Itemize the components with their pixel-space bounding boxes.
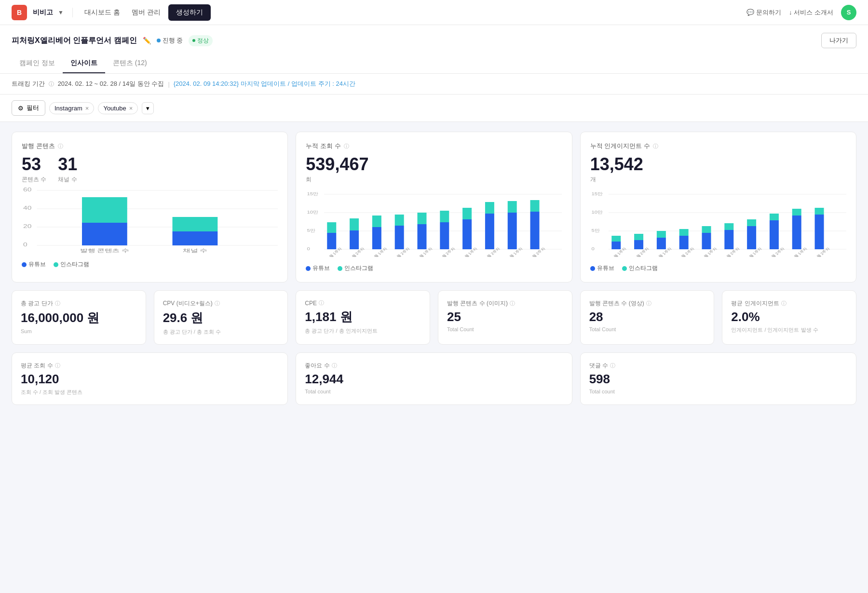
stat-info-2[interactable]: ⓘ [319,299,324,307]
tab-insight[interactable]: 인사이트 [63,54,105,73]
card3-legend: 유튜브 인스타그램 [590,264,846,272]
tab-contents[interactable]: 콘텐츠 (12) [105,54,155,73]
bottom-stat-title-2: 댓글 수 [589,362,608,370]
tracking-info-icon: ⓘ [49,81,54,88]
svg-text:15만: 15만 [591,191,603,196]
create-button[interactable]: 생성하기 [168,4,211,21]
card2-value: 539,467 [306,154,562,175]
user-avatar[interactable]: S [841,5,856,20]
filter-tag-instagram-label: Instagram [54,105,82,112]
filter-more-button[interactable]: ▾ [142,102,154,114]
card2-info-icon[interactable]: ⓘ [344,143,349,150]
brand-logo: B [12,5,27,20]
leave-button[interactable]: 나가기 [821,33,856,48]
stat-sub-1: 총 광고 단가 / 총 조회 수 [163,328,279,336]
svg-rect-34 [462,219,472,249]
bottom-stat-info-0[interactable]: ⓘ [55,362,60,369]
intro-button[interactable]: ↓ 서비스 소개서 [789,8,833,17]
edit-icon[interactable]: ✏️ [143,37,151,44]
svg-rect-31 [418,213,427,224]
stat-sub-5: 인게이지먼트 / 인게이지먼트 발생 수 [731,326,847,334]
card1-label2: 채널 수 [58,175,77,184]
svg-text:0: 0 [591,246,595,251]
bottom-stat-info-1[interactable]: ⓘ [332,362,337,369]
svg-text:채널 수: 채널 수 [183,248,207,253]
bottom-stat-info-2[interactable]: ⓘ [610,362,615,369]
svg-rect-66 [679,236,688,249]
svg-text:15만: 15만 [307,191,319,196]
svg-rect-76 [792,216,801,249]
bottom-stat-card-0: 평균 조회 수 ⓘ 10,120 조회 수 / 조회 발생 콘텐츠 [12,352,288,405]
svg-rect-64 [657,238,666,249]
svg-text:발행 콘텐츠 수: 발행 콘텐츠 수 [80,248,129,253]
card1-title: 발행 콘텐츠 [22,142,55,150]
stat-info-3[interactable]: ⓘ [510,300,515,307]
normal-badge: 정상 [189,35,213,46]
card2-chart: 15만 10만 5만 0 [306,189,562,257]
normal-label: 정상 [197,37,209,45]
bottom-stat-title-1: 좋아요 수 [305,362,329,370]
card1-label1: 콘텐츠 수 [22,175,46,184]
stat-info-4[interactable]: ⓘ [646,300,651,307]
stat-card-4: 발행 콘텐츠 수 (영상) ⓘ 28 Total Count [580,290,715,345]
svg-rect-11 [173,217,218,231]
filter-tag-instagram[interactable]: Instagram × [49,102,94,114]
cumulative-engagement-card: 누적 인게이지먼트 수 ⓘ 13,542 개 15만 10만 5만 0 [580,132,856,283]
bottom-stat-sub-2: Total count [589,389,847,394]
card3-unit: 개 [590,175,846,184]
bottom-stat-title-0: 평균 조회 수 [21,362,53,370]
stat-card-2: CPE ⓘ 1,181 원 총 광고 단가 / 총 인게이지먼트 [296,290,430,345]
card1-info-icon[interactable]: ⓘ [58,143,63,150]
stat-info-0[interactable]: ⓘ [55,300,60,307]
tracking-label: 트래킹 기간 [12,80,45,88]
svg-rect-38 [508,213,517,249]
svg-rect-37 [485,202,494,214]
tabs: 캠페인 정보 인사이트 콘텐츠 (12) [12,54,856,73]
card3-legend-youtube: 유튜브 [597,264,614,272]
download-icon: ↓ [789,9,792,16]
filter-label: 필터 [27,104,39,112]
nav-dashboard[interactable]: 대시보드 홈 [81,6,124,19]
stat-card-3: 발행 콘텐츠 수 (이미지) ⓘ 25 Total Count [438,290,572,345]
bottom-stat-value-1: 12,944 [305,372,563,387]
stat-card-0: 총 광고 단가 ⓘ 16,000,000 원 Sum [12,290,146,345]
card1-value1: 53 [22,154,46,175]
svg-rect-69 [702,226,711,233]
stat-title-5: 평균 인게이지먼트 [731,299,779,308]
svg-rect-24 [350,230,359,249]
card1-value2: 31 [58,154,77,175]
stat-sub-2: 총 광고 단가 / 총 인게이지먼트 [305,327,421,335]
brand-dropdown[interactable]: ▼ [57,8,65,17]
stat-info-5[interactable]: ⓘ [781,300,787,307]
stat-value-2: 1,181 원 [305,309,421,325]
filter-button[interactable]: ⚙ 필터 [12,100,45,116]
published-content-card: 발행 콘텐츠 ⓘ 53 콘텐츠 수 31 채널 수 60 40 20 0 [12,132,288,283]
status-badge: 진행 중 [157,36,183,45]
svg-rect-68 [702,233,711,249]
card2-legend: 유튜브 인스타그램 [306,264,562,272]
svg-text:20: 20 [23,224,31,229]
top-navigation: B 비비고 ▼ 대시보드 홈 멤버 관리 생성하기 💬 문의하기 ↓ 서비스 소… [0,0,868,25]
bottom-stat-cards-row: 평균 조회 수 ⓘ 10,120 조회 수 / 조회 발생 콘텐츠 좋아요 수 … [12,352,856,405]
campaign-title: 피처링X엘리베어 인플루언서 캠페인 [12,36,137,46]
svg-rect-63 [634,234,643,240]
nav-members[interactable]: 멤버 관리 [128,6,164,19]
svg-text:0: 0 [23,242,27,247]
filter-tag-youtube-remove[interactable]: × [129,105,133,112]
status-dot [157,39,161,42]
card3-info-icon[interactable]: ⓘ [653,143,658,150]
card2-unit: 회 [306,175,562,184]
inquiry-button[interactable]: 💬 문의하기 [746,8,781,17]
stat-value-3: 25 [447,310,563,324]
stat-info-1[interactable]: ⓘ [215,300,220,307]
nav-divider [72,8,73,17]
svg-rect-62 [634,240,643,249]
svg-text:10만: 10만 [307,210,319,215]
svg-rect-25 [350,218,359,230]
stat-title-3: 발행 콘텐츠 수 (이미지) [447,299,508,308]
svg-rect-41 [530,200,540,212]
filter-tag-instagram-remove[interactable]: × [85,105,89,112]
tab-campaign-info[interactable]: 캠페인 정보 [12,54,63,73]
bottom-stat-card-1: 좋아요 수 ⓘ 12,944 Total count [296,352,572,405]
filter-tag-youtube[interactable]: Youtube × [98,102,138,114]
